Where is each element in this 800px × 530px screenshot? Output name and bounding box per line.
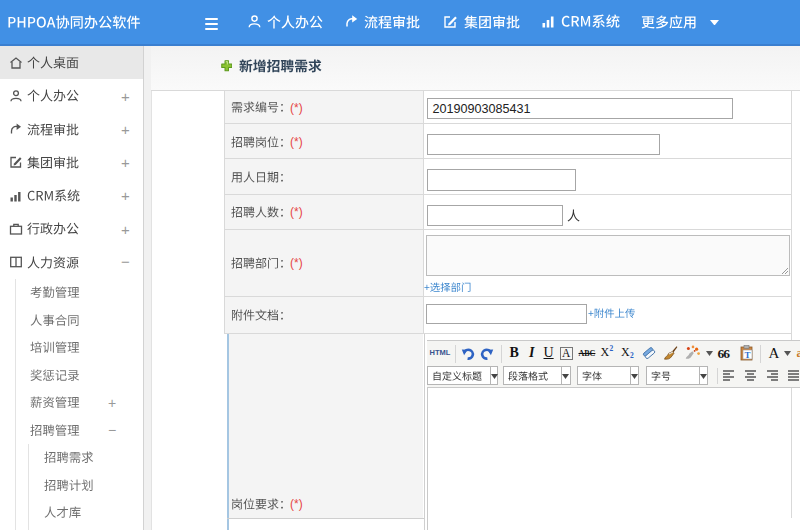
svg-text:T: T	[744, 350, 750, 360]
